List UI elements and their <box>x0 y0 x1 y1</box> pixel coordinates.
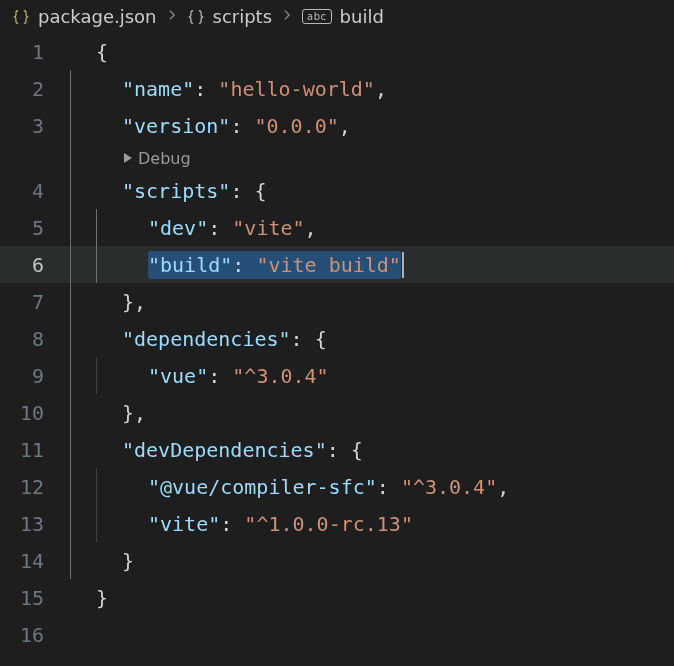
code-line[interactable]: 6 "build": "vite build" <box>0 246 674 283</box>
code-line[interactable]: 3 "version": "0.0.0", <box>0 107 674 144</box>
brace: { <box>96 40 108 64</box>
code-line[interactable]: 10 }, <box>0 394 674 431</box>
json-key: "devDependencies" <box>122 438 327 462</box>
selection: "build": "vite build" <box>148 251 401 279</box>
code-line[interactable]: 13 "vite": "^1.0.0-rc.13" <box>0 505 674 542</box>
cursor <box>402 252 404 278</box>
line-number: 8 <box>0 327 70 351</box>
line-number: 13 <box>0 512 70 536</box>
json-string: "^3.0.4" <box>401 475 497 499</box>
json-key: "scripts" <box>122 179 230 203</box>
line-number: 2 <box>0 77 70 101</box>
chevron-right-icon <box>165 7 179 26</box>
braces-icon <box>187 8 205 26</box>
json-string: "hello-world" <box>218 77 375 101</box>
line-number: 6 <box>0 253 70 277</box>
codelens-line: Debug <box>0 144 674 172</box>
play-icon <box>124 153 132 163</box>
code-editor[interactable]: 1 { 2 "name": "hello-world", 3 "version"… <box>0 33 674 653</box>
code-line[interactable]: 12 "@vue/compiler-sfc": "^3.0.4", <box>0 468 674 505</box>
breadcrumb-scripts[interactable]: scripts <box>213 6 273 27</box>
breadcrumb-build[interactable]: build <box>340 6 384 27</box>
code-line[interactable]: 8 "dependencies": { <box>0 320 674 357</box>
line-number: 12 <box>0 475 70 499</box>
line-number: 3 <box>0 114 70 138</box>
line-number: 1 <box>0 40 70 64</box>
code-line[interactable]: 15 } <box>0 579 674 616</box>
breadcrumb[interactable]: package.json scripts abc build <box>0 0 674 33</box>
json-string: "vite build" <box>256 253 401 277</box>
braces-icon <box>12 8 30 26</box>
line-number: 5 <box>0 216 70 240</box>
json-key: "vue" <box>148 364 208 388</box>
json-string: "^3.0.4" <box>232 364 328 388</box>
code-line[interactable]: 16 <box>0 616 674 653</box>
line-number: 4 <box>0 179 70 203</box>
json-key: "dependencies" <box>122 327 291 351</box>
code-line[interactable]: 1 { <box>0 33 674 70</box>
line-number: 9 <box>0 364 70 388</box>
json-key: "vite" <box>148 512 220 536</box>
line-number: 15 <box>0 586 70 610</box>
line-number: 14 <box>0 549 70 573</box>
code-line[interactable]: 2 "name": "hello-world", <box>0 70 674 107</box>
json-string: "0.0.0" <box>254 114 338 138</box>
breadcrumb-file[interactable]: package.json <box>38 6 157 27</box>
json-key: "@vue/compiler-sfc" <box>148 475 377 499</box>
code-line[interactable]: 4 "scripts": { <box>0 172 674 209</box>
json-string: "^1.0.0-rc.13" <box>244 512 413 536</box>
code-line[interactable]: 7 }, <box>0 283 674 320</box>
line-number: 11 <box>0 438 70 462</box>
line-number: 7 <box>0 290 70 314</box>
line-number: 16 <box>0 623 70 647</box>
json-string: "vite" <box>232 216 304 240</box>
code-line[interactable]: 14 } <box>0 542 674 579</box>
json-key: "dev" <box>148 216 208 240</box>
string-symbol-icon: abc <box>302 9 331 24</box>
json-key: "version" <box>122 114 230 138</box>
json-key: "build" <box>148 253 232 277</box>
line-number: 10 <box>0 401 70 425</box>
json-key: "name" <box>122 77 194 101</box>
code-line[interactable]: 11 "devDependencies": { <box>0 431 674 468</box>
chevron-right-icon <box>280 7 294 26</box>
code-line[interactable]: 9 "vue": "^3.0.4" <box>0 357 674 394</box>
debug-codelens[interactable]: Debug <box>122 149 191 168</box>
code-line[interactable]: 5 "dev": "vite", <box>0 209 674 246</box>
